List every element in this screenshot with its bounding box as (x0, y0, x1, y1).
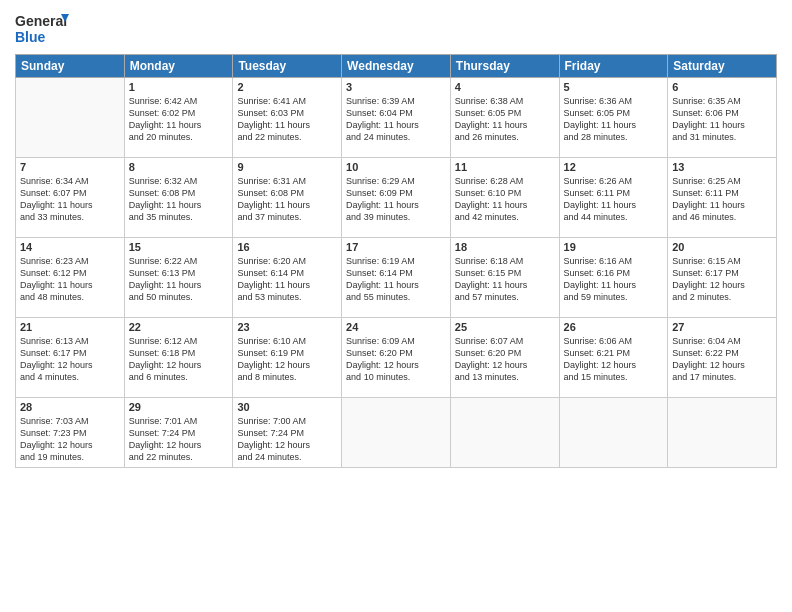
calendar-table: SundayMondayTuesdayWednesdayThursdayFrid… (15, 54, 777, 468)
calendar-cell (559, 398, 668, 468)
cell-info: Sunrise: 6:07 AM Sunset: 6:20 PM Dayligh… (455, 335, 555, 384)
day-number: 23 (237, 321, 337, 333)
logo-svg: GeneralBlue (15, 10, 70, 48)
weekday-header: Friday (559, 55, 668, 78)
cell-info: Sunrise: 6:19 AM Sunset: 6:14 PM Dayligh… (346, 255, 446, 304)
cell-info: Sunrise: 6:34 AM Sunset: 6:07 PM Dayligh… (20, 175, 120, 224)
calendar-cell: 9Sunrise: 6:31 AM Sunset: 6:08 PM Daylig… (233, 158, 342, 238)
calendar-cell: 1Sunrise: 6:42 AM Sunset: 6:02 PM Daylig… (124, 78, 233, 158)
cell-info: Sunrise: 6:29 AM Sunset: 6:09 PM Dayligh… (346, 175, 446, 224)
page: GeneralBlue SundayMondayTuesdayWednesday… (0, 0, 792, 612)
calendar-cell: 24Sunrise: 6:09 AM Sunset: 6:20 PM Dayli… (342, 318, 451, 398)
calendar-cell: 28Sunrise: 7:03 AM Sunset: 7:23 PM Dayli… (16, 398, 125, 468)
svg-text:General: General (15, 13, 67, 29)
day-number: 29 (129, 401, 229, 413)
day-number: 25 (455, 321, 555, 333)
calendar-cell: 25Sunrise: 6:07 AM Sunset: 6:20 PM Dayli… (450, 318, 559, 398)
calendar-cell: 20Sunrise: 6:15 AM Sunset: 6:17 PM Dayli… (668, 238, 777, 318)
calendar-cell (16, 78, 125, 158)
calendar-week-row: 1Sunrise: 6:42 AM Sunset: 6:02 PM Daylig… (16, 78, 777, 158)
cell-info: Sunrise: 6:36 AM Sunset: 6:05 PM Dayligh… (564, 95, 664, 144)
calendar-cell: 17Sunrise: 6:19 AM Sunset: 6:14 PM Dayli… (342, 238, 451, 318)
day-number: 24 (346, 321, 446, 333)
cell-info: Sunrise: 6:31 AM Sunset: 6:08 PM Dayligh… (237, 175, 337, 224)
cell-info: Sunrise: 6:15 AM Sunset: 6:17 PM Dayligh… (672, 255, 772, 304)
logo: GeneralBlue (15, 10, 70, 48)
cell-info: Sunrise: 6:12 AM Sunset: 6:18 PM Dayligh… (129, 335, 229, 384)
calendar-cell: 13Sunrise: 6:25 AM Sunset: 6:11 PM Dayli… (668, 158, 777, 238)
calendar-cell: 15Sunrise: 6:22 AM Sunset: 6:13 PM Dayli… (124, 238, 233, 318)
day-number: 9 (237, 161, 337, 173)
day-number: 8 (129, 161, 229, 173)
day-number: 30 (237, 401, 337, 413)
calendar-cell: 30Sunrise: 7:00 AM Sunset: 7:24 PM Dayli… (233, 398, 342, 468)
calendar-cell: 12Sunrise: 6:26 AM Sunset: 6:11 PM Dayli… (559, 158, 668, 238)
day-number: 4 (455, 81, 555, 93)
calendar-cell: 7Sunrise: 6:34 AM Sunset: 6:07 PM Daylig… (16, 158, 125, 238)
svg-text:Blue: Blue (15, 29, 46, 45)
cell-info: Sunrise: 6:16 AM Sunset: 6:16 PM Dayligh… (564, 255, 664, 304)
cell-info: Sunrise: 6:06 AM Sunset: 6:21 PM Dayligh… (564, 335, 664, 384)
day-number: 19 (564, 241, 664, 253)
day-number: 21 (20, 321, 120, 333)
calendar-cell: 5Sunrise: 6:36 AM Sunset: 6:05 PM Daylig… (559, 78, 668, 158)
cell-info: Sunrise: 7:03 AM Sunset: 7:23 PM Dayligh… (20, 415, 120, 464)
calendar-cell: 21Sunrise: 6:13 AM Sunset: 6:17 PM Dayli… (16, 318, 125, 398)
cell-info: Sunrise: 6:25 AM Sunset: 6:11 PM Dayligh… (672, 175, 772, 224)
weekday-header: Wednesday (342, 55, 451, 78)
day-number: 12 (564, 161, 664, 173)
header: GeneralBlue (15, 10, 777, 48)
cell-info: Sunrise: 6:28 AM Sunset: 6:10 PM Dayligh… (455, 175, 555, 224)
day-number: 3 (346, 81, 446, 93)
day-number: 6 (672, 81, 772, 93)
calendar-cell: 23Sunrise: 6:10 AM Sunset: 6:19 PM Dayli… (233, 318, 342, 398)
cell-info: Sunrise: 6:26 AM Sunset: 6:11 PM Dayligh… (564, 175, 664, 224)
cell-info: Sunrise: 6:22 AM Sunset: 6:13 PM Dayligh… (129, 255, 229, 304)
day-number: 15 (129, 241, 229, 253)
cell-info: Sunrise: 6:20 AM Sunset: 6:14 PM Dayligh… (237, 255, 337, 304)
weekday-header: Sunday (16, 55, 125, 78)
weekday-header: Thursday (450, 55, 559, 78)
day-number: 17 (346, 241, 446, 253)
weekday-header: Saturday (668, 55, 777, 78)
calendar-cell: 6Sunrise: 6:35 AM Sunset: 6:06 PM Daylig… (668, 78, 777, 158)
weekday-header: Monday (124, 55, 233, 78)
calendar-cell: 19Sunrise: 6:16 AM Sunset: 6:16 PM Dayli… (559, 238, 668, 318)
day-number: 5 (564, 81, 664, 93)
day-number: 20 (672, 241, 772, 253)
cell-info: Sunrise: 6:32 AM Sunset: 6:08 PM Dayligh… (129, 175, 229, 224)
day-number: 27 (672, 321, 772, 333)
calendar-week-row: 21Sunrise: 6:13 AM Sunset: 6:17 PM Dayli… (16, 318, 777, 398)
calendar-cell: 14Sunrise: 6:23 AM Sunset: 6:12 PM Dayli… (16, 238, 125, 318)
cell-info: Sunrise: 6:09 AM Sunset: 6:20 PM Dayligh… (346, 335, 446, 384)
calendar-cell: 3Sunrise: 6:39 AM Sunset: 6:04 PM Daylig… (342, 78, 451, 158)
calendar-cell: 26Sunrise: 6:06 AM Sunset: 6:21 PM Dayli… (559, 318, 668, 398)
cell-info: Sunrise: 6:42 AM Sunset: 6:02 PM Dayligh… (129, 95, 229, 144)
cell-info: Sunrise: 6:23 AM Sunset: 6:12 PM Dayligh… (20, 255, 120, 304)
cell-info: Sunrise: 6:04 AM Sunset: 6:22 PM Dayligh… (672, 335, 772, 384)
calendar-cell: 8Sunrise: 6:32 AM Sunset: 6:08 PM Daylig… (124, 158, 233, 238)
day-number: 16 (237, 241, 337, 253)
calendar-cell: 10Sunrise: 6:29 AM Sunset: 6:09 PM Dayli… (342, 158, 451, 238)
day-number: 2 (237, 81, 337, 93)
cell-info: Sunrise: 6:41 AM Sunset: 6:03 PM Dayligh… (237, 95, 337, 144)
cell-info: Sunrise: 6:10 AM Sunset: 6:19 PM Dayligh… (237, 335, 337, 384)
calendar-cell (450, 398, 559, 468)
calendar-week-row: 28Sunrise: 7:03 AM Sunset: 7:23 PM Dayli… (16, 398, 777, 468)
day-number: 1 (129, 81, 229, 93)
day-number: 11 (455, 161, 555, 173)
calendar-header-row: SundayMondayTuesdayWednesdayThursdayFrid… (16, 55, 777, 78)
cell-info: Sunrise: 7:01 AM Sunset: 7:24 PM Dayligh… (129, 415, 229, 464)
day-number: 13 (672, 161, 772, 173)
day-number: 10 (346, 161, 446, 173)
day-number: 28 (20, 401, 120, 413)
day-number: 22 (129, 321, 229, 333)
calendar-cell: 29Sunrise: 7:01 AM Sunset: 7:24 PM Dayli… (124, 398, 233, 468)
cell-info: Sunrise: 6:35 AM Sunset: 6:06 PM Dayligh… (672, 95, 772, 144)
calendar-week-row: 7Sunrise: 6:34 AM Sunset: 6:07 PM Daylig… (16, 158, 777, 238)
cell-info: Sunrise: 6:38 AM Sunset: 6:05 PM Dayligh… (455, 95, 555, 144)
day-number: 18 (455, 241, 555, 253)
calendar-cell: 27Sunrise: 6:04 AM Sunset: 6:22 PM Dayli… (668, 318, 777, 398)
cell-info: Sunrise: 7:00 AM Sunset: 7:24 PM Dayligh… (237, 415, 337, 464)
calendar-cell: 18Sunrise: 6:18 AM Sunset: 6:15 PM Dayli… (450, 238, 559, 318)
